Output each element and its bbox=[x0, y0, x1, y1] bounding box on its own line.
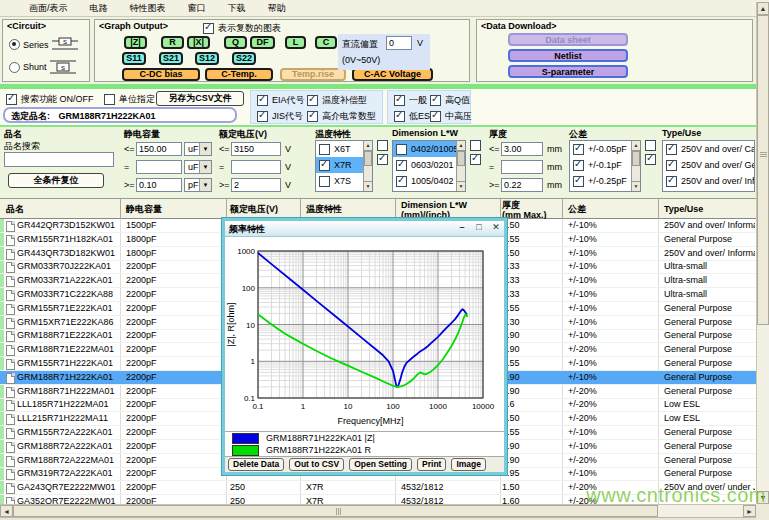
scroll-thumb[interactable] bbox=[757, 15, 769, 325]
checkbox-icon[interactable] bbox=[104, 94, 115, 105]
menu-item[interactable]: 画面/表示 bbox=[18, 0, 79, 15]
out-to-csv-button[interactable]: Out to CSV bbox=[289, 458, 344, 471]
checkbox-icon[interactable] bbox=[6, 94, 17, 105]
tolerance-list-scrollbar[interactable]: ▲▼ bbox=[631, 141, 640, 191]
scroll-thumb[interactable] bbox=[457, 151, 465, 166]
thickness-input-1[interactable] bbox=[501, 160, 543, 174]
menu-item[interactable]: 帮助 bbox=[257, 0, 297, 15]
close-button[interactable]: ✕ bbox=[490, 222, 502, 232]
graph-button-df[interactable]: DF bbox=[250, 36, 275, 49]
dimension-item[interactable]: 0402/01005 bbox=[393, 141, 457, 157]
radio-shunt-dot[interactable] bbox=[9, 62, 20, 73]
item-checkbox[interactable] bbox=[666, 160, 677, 171]
graph-button-s22[interactable]: S22 bbox=[232, 52, 256, 65]
scroll-thumb[interactable] bbox=[632, 151, 640, 166]
item-checkbox[interactable] bbox=[319, 160, 330, 171]
type-use-item[interactable]: 250V and over/ Informat bbox=[663, 173, 754, 189]
vertical-scrollbar[interactable]: ▲ ▼ bbox=[756, 2, 769, 504]
show-complex-checkbox[interactable]: 表示复数的图表 bbox=[203, 22, 281, 35]
filter-checkbox-2[interactable]: 一般 bbox=[394, 94, 427, 107]
list-clear-all-button[interactable] bbox=[377, 140, 388, 151]
temp-char-list[interactable]: X6TX7RX7S▲▼ bbox=[315, 140, 373, 192]
item-checkbox[interactable] bbox=[319, 176, 330, 187]
checkbox-icon[interactable] bbox=[394, 95, 405, 106]
dc-bias-input[interactable] bbox=[386, 36, 412, 50]
capacitance-unit-select[interactable]: uF▼ bbox=[184, 142, 212, 156]
open-setting-button[interactable]: Open Setting bbox=[349, 458, 412, 471]
checkbox-icon[interactable] bbox=[257, 111, 268, 122]
minimize-button[interactable]: – bbox=[456, 222, 468, 232]
type-use-item[interactable]: 250V and over/ Camera bbox=[663, 141, 754, 157]
header-cell-tol[interactable]: 公差 bbox=[568, 199, 656, 214]
filter-checkbox-5[interactable]: 高介电常数型 bbox=[307, 110, 376, 123]
s-parameter-button[interactable]: S-parameter bbox=[508, 65, 628, 78]
graph-button-q[interactable]: Q bbox=[224, 36, 247, 49]
capacitance-input-1[interactable] bbox=[136, 160, 182, 174]
dimension-list[interactable]: 0402/010050603/02011005/0402▲▼ bbox=[392, 140, 466, 192]
temp-char-item[interactable]: X7R bbox=[316, 157, 364, 173]
header-cell-dim[interactable]: Dimension L*W (mm)/(inch) bbox=[401, 199, 498, 220]
legend-item[interactable]: GRM188R71H222KA01 |Z| bbox=[225, 432, 504, 444]
reset-all-button[interactable]: 全条件复位 bbox=[8, 173, 104, 188]
part-name-search-input[interactable] bbox=[4, 152, 114, 167]
radio-series-dot[interactable] bbox=[9, 39, 20, 50]
filter-checkbox-0[interactable]: EIA代号 bbox=[257, 94, 305, 107]
type-use-list[interactable]: 250V and over/ Camera250V and over/ Gene… bbox=[662, 140, 755, 192]
thickness-input-2[interactable] bbox=[501, 178, 543, 192]
voltage-input-2[interactable] bbox=[231, 178, 281, 192]
window-titlebar[interactable]: 频率特性 – □ ✕ bbox=[225, 221, 504, 237]
maximize-button[interactable]: □ bbox=[473, 222, 485, 232]
graph-button-c-temp-[interactable]: C-Temp. bbox=[205, 68, 273, 81]
checkbox-icon[interactable] bbox=[307, 95, 318, 106]
filter-checkbox-1[interactable]: 温度补偿型 bbox=[307, 94, 367, 107]
checkbox-icon[interactable] bbox=[203, 23, 214, 34]
dimension-item[interactable]: 0603/0201 bbox=[393, 157, 457, 173]
scroll-up-icon[interactable]: ▲ bbox=[632, 141, 640, 151]
item-checkbox[interactable] bbox=[573, 176, 584, 187]
type-use-item[interactable]: 250V and over/ General bbox=[663, 157, 754, 173]
legend-item[interactable]: GRM188R71H222KA01 R bbox=[225, 444, 504, 456]
list-select-all-button[interactable] bbox=[645, 154, 656, 165]
capacitance-unit-select[interactable]: uF▼ bbox=[184, 160, 212, 174]
item-checkbox[interactable] bbox=[319, 144, 330, 155]
tolerance-item[interactable]: +/-0.1pF bbox=[570, 157, 632, 173]
scroll-down-icon[interactable]: ▼ bbox=[457, 181, 465, 191]
capacitance-unit-select[interactable]: pF▼ bbox=[184, 178, 212, 192]
chevron-down-icon[interactable]: ▼ bbox=[199, 143, 211, 155]
header-cell-volt[interactable]: 额定电压(V) bbox=[230, 199, 296, 214]
filter-checkbox-4[interactable]: JIS代号 bbox=[257, 110, 303, 123]
graph-button-l[interactable]: L bbox=[285, 36, 306, 49]
checkbox-icon[interactable] bbox=[430, 111, 441, 122]
radio-shunt[interactable]: Shunt S bbox=[9, 59, 76, 75]
item-checkbox[interactable] bbox=[666, 144, 677, 155]
graph-button-s12[interactable]: S12 bbox=[195, 52, 219, 65]
temp-char-item[interactable]: X6T bbox=[316, 141, 364, 157]
save-csv-button[interactable]: 另存为CSV文件 bbox=[156, 91, 244, 106]
filter-checkbox-7[interactable]: 中高压 bbox=[430, 110, 472, 123]
scroll-down-icon[interactable]: ▼ bbox=[632, 181, 640, 191]
print-button[interactable]: Print bbox=[417, 458, 446, 471]
delete-data-button[interactable]: Delete Data bbox=[228, 458, 284, 471]
graph-button-c[interactable]: C bbox=[315, 36, 337, 49]
item-checkbox[interactable] bbox=[666, 176, 677, 187]
radio-series[interactable]: Series S bbox=[9, 37, 78, 52]
scroll-up-button[interactable]: ▲ bbox=[757, 2, 769, 15]
capacitance-input-0[interactable] bbox=[136, 142, 182, 156]
item-checkbox[interactable] bbox=[396, 144, 407, 155]
search-toggle-checkbox[interactable]: 搜索功能 ON/OFF bbox=[6, 93, 94, 106]
freq-chart-window[interactable]: 频率特性 – □ ✕ 0.111010010001000010001001010… bbox=[222, 218, 507, 475]
filter-checkbox-6[interactable]: 低ESL bbox=[394, 110, 435, 123]
capacitance-input-2[interactable] bbox=[136, 178, 182, 192]
chevron-down-icon[interactable]: ▼ bbox=[199, 179, 211, 191]
dimension-list-scrollbar[interactable]: ▲▼ bbox=[456, 141, 465, 191]
voltage-input-0[interactable] bbox=[231, 142, 281, 156]
menu-item[interactable]: 窗口 bbox=[177, 0, 217, 15]
graph-button-r[interactable]: R bbox=[161, 36, 184, 49]
checkbox-icon[interactable] bbox=[430, 95, 441, 106]
graph-button-z[interactable]: |Z| bbox=[124, 36, 147, 49]
scroll-left-button[interactable]: ◄ bbox=[0, 505, 13, 517]
scroll-up-icon[interactable]: ▲ bbox=[457, 141, 465, 151]
menu-item[interactable]: 特性图表 bbox=[119, 0, 177, 15]
scroll-thumb[interactable] bbox=[364, 151, 372, 166]
item-checkbox[interactable] bbox=[573, 160, 584, 171]
